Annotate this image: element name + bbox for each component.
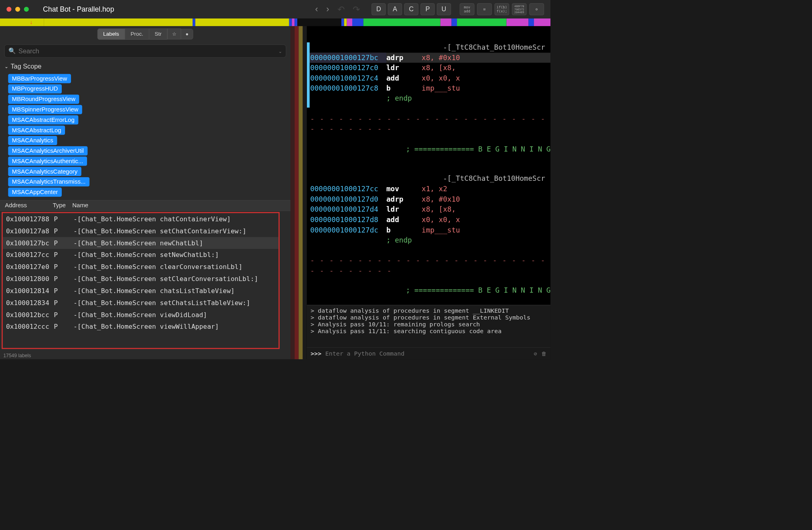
separator: - - - - - - - - - - - - - - - - - - - - …: [307, 113, 550, 134]
console-line: > dataflow analysis of procedures in seg…: [311, 314, 547, 321]
col-header-address[interactable]: Address: [5, 202, 53, 209]
nav-back-button[interactable]: ‹: [315, 4, 318, 14]
filter-tab-star[interactable]: ☆: [167, 28, 181, 39]
console: > dataflow analysis of procedures in seg…: [307, 305, 550, 360]
gear-icon: ⚙: [536, 7, 538, 11]
console-line: > Analysis pass 10/11: remaining prologs…: [311, 321, 547, 328]
disasm-line[interactable]: 00000001000127ccmovx1, x2: [307, 184, 550, 194]
window-title: Chat Bot - Parallel.hop: [43, 5, 312, 14]
title-bar: Chat Bot - Parallel.hop ‹ › ↶ ↷ D A C P …: [0, 0, 550, 18]
trash-icon[interactable]: 🗑: [541, 350, 547, 357]
tag-item[interactable]: MBBarProgressView: [8, 74, 71, 83]
symbol-row[interactable]: 0x1000127a8P-[Chat_Bot.HomeScreen setCha…: [3, 225, 278, 237]
maximize-window-button[interactable]: [24, 7, 29, 12]
disassembly-view[interactable]: -[_TtC8Chat_Bot10HomeScr 00000001000127b…: [307, 26, 550, 305]
symbol-row[interactable]: 0x100012814P-[Chat_Bot.HomeScreen chatsL…: [3, 285, 278, 297]
console-line: > Analysis pass 11/11: searching contigu…: [311, 328, 547, 335]
view-mode-p[interactable]: P: [420, 3, 434, 15]
console-input[interactable]: [325, 350, 530, 357]
disasm-line[interactable]: 00000001000127dcbimp___stu: [307, 225, 550, 235]
filter-tab-record[interactable]: ●: [181, 29, 193, 39]
symbol-row[interactable]: 0x100012788P-[Chat_Bot.HomeScreen chatCo…: [3, 213, 278, 225]
tag-item[interactable]: MBProgressHUD: [8, 84, 61, 93]
search-icon: 🔍: [8, 48, 16, 55]
tag-item[interactable]: MSACAnalyticsTransmiss...: [8, 177, 89, 186]
traffic-lights: [6, 7, 29, 12]
tag-item[interactable]: MBRoundProgressView: [8, 95, 79, 104]
console-line: > dataflow analysis of procedures in seg…: [311, 307, 547, 314]
tag-item[interactable]: MSACAppCenter: [8, 188, 61, 197]
view-mode-u[interactable]: U: [437, 3, 451, 15]
tag-scope-label: Tag Scope: [10, 63, 41, 70]
chevron-down-icon[interactable]: ⌄: [278, 49, 282, 54]
overview-bar[interactable]: ↓: [0, 18, 550, 26]
pseudocode-tool-button[interactable]: if(b) f(x);: [495, 3, 510, 15]
symbol-row[interactable]: 0x100012800P-[Chat_Bot.HomeScreen setCle…: [3, 273, 278, 285]
tag-scope-header[interactable]: ⌄ Tag Scope: [0, 61, 290, 73]
star-icon: ☆: [172, 31, 177, 37]
filter-tab-labels[interactable]: Labels: [97, 28, 125, 40]
filter-tabs: Labels Proc. Str ☆ ●: [0, 26, 290, 42]
tag-item[interactable]: MSACAnalyticsCategory: [8, 167, 81, 176]
view-mode-a[interactable]: A: [388, 3, 402, 15]
tag-item[interactable]: MSACAnalyticsAuthentic...: [8, 157, 87, 166]
console-input-row: >>> ⊘ 🗑: [307, 347, 550, 359]
symbol-row[interactable]: 0x100012cccP-[Chat_Bot.HomeScreen viewWi…: [3, 321, 278, 333]
tag-item[interactable]: MSACAbstractErrorLog: [8, 115, 78, 124]
labels-count: 17549 labels: [3, 353, 31, 358]
view-mode-buttons: D A C P U: [371, 3, 451, 15]
symbol-row[interactable]: 0x1000127e0P-[Chat_Bot.HomeScreen clearC…: [3, 261, 278, 273]
disasm-line[interactable]: 00000001000127c4addx0, x0, x: [307, 73, 550, 83]
proc-label: -[_TtC8Chat_Bot10HomeScr: [443, 42, 550, 53]
filter-tab-str[interactable]: Str: [149, 28, 167, 40]
cursor-arrow-icon: ↓: [30, 19, 33, 25]
view-mode-c[interactable]: C: [404, 3, 418, 15]
hex-tool-button[interactable]: 486F70 706572 204469: [512, 3, 527, 15]
cfg-icon: ⊞: [483, 7, 485, 11]
col-header-name[interactable]: Name: [72, 202, 286, 209]
tag-item[interactable]: MSACAbstractLog: [8, 125, 65, 135]
nav-buttons: ‹ › ↶ ↷: [315, 4, 360, 14]
cfg-tool-button[interactable]: ⊞: [477, 3, 492, 15]
section-beginning: ; ============== B E G I N N I N G: [406, 144, 550, 154]
redo-button[interactable]: ↷: [353, 4, 360, 14]
search-input[interactable]: [18, 47, 276, 55]
status-bar: 17549 labels: [0, 352, 290, 359]
nav-forward-button[interactable]: ›: [326, 4, 329, 14]
disasm-line[interactable]: 00000001000127bcadrpx8, #0x10: [307, 53, 550, 63]
console-prompt: >>>: [311, 350, 321, 357]
section-beginning: ; ============== B E G I N N I N G: [406, 285, 550, 296]
disasm-line[interactable]: 00000001000127d4ldrx8, [x8,: [307, 204, 550, 215]
tool-buttons: mov add ⊞ if(b) f(x); 486F70 706572 2044…: [460, 3, 544, 15]
console-output[interactable]: > dataflow analysis of procedures in seg…: [307, 305, 550, 347]
symbol-row[interactable]: 0x100012834P-[Chat_Bot.HomeScreen setCha…: [3, 297, 278, 309]
proc-label: -[_TtC8Chat_Bot10HomeScr: [443, 174, 550, 184]
tag-item[interactable]: MSACAnalytics: [8, 136, 57, 145]
clear-console-icon[interactable]: ⊘: [534, 350, 537, 357]
col-header-type[interactable]: Type: [53, 202, 73, 209]
section-gutter: [290, 26, 307, 359]
filter-tab-proc[interactable]: Proc.: [125, 28, 149, 40]
disasm-line[interactable]: 00000001000127c8bimp___stu: [307, 83, 550, 94]
close-window-button[interactable]: [6, 7, 11, 12]
disasm-line[interactable]: 00000001000127d0adrpx8, #0x10: [307, 194, 550, 204]
disasm-line[interactable]: 00000001000127c0ldrx8, [x8,: [307, 63, 550, 73]
asm-tool-button[interactable]: mov add: [460, 3, 475, 15]
symbol-row[interactable]: 0x1000127bcP-[Chat_Bot.HomeScreen newCha…: [3, 237, 278, 249]
record-icon: ●: [186, 31, 189, 37]
left-panel: Labels Proc. Str ☆ ● 🔍 ⌄ ⌄ Tag Scope MBB…: [0, 26, 290, 359]
symbol-row[interactable]: 0x1000127ccP-[Chat_Bot.HomeScreen setNew…: [3, 249, 278, 261]
search-box[interactable]: 🔍 ⌄: [4, 45, 286, 58]
disasm-line[interactable]: 00000001000127d8addx0, x0, x: [307, 215, 550, 225]
tag-item[interactable]: MSACAnalyticsArchiverUtil: [8, 146, 87, 156]
right-panel: -[_TtC8Chat_Bot10HomeScr 00000001000127b…: [307, 26, 550, 359]
symbol-row[interactable]: 0x100012bccP-[Chat_Bot.HomeScreen viewDi…: [3, 309, 278, 321]
tag-item[interactable]: MBSpinnerProgressView: [8, 105, 82, 114]
settings-tool-button[interactable]: ⚙: [529, 3, 544, 15]
symbols-list: 0x100012788P-[Chat_Bot.HomeScreen chatCo…: [2, 212, 280, 349]
undo-button[interactable]: ↶: [337, 4, 345, 14]
symbols-header: Address Type Name: [0, 200, 290, 211]
minimize-window-button[interactable]: [15, 7, 20, 12]
view-mode-d[interactable]: D: [371, 3, 386, 15]
tags-list: MBBarProgressViewMBProgressHUDMBRoundPro…: [0, 72, 290, 200]
